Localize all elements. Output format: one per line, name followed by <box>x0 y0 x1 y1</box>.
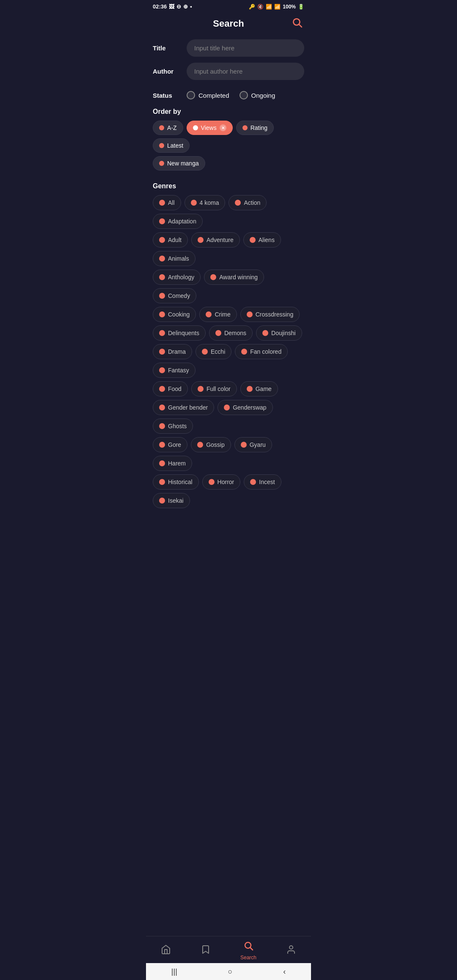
signal-icon: 📶 <box>274 4 281 10</box>
genre-dot-cooking <box>159 311 165 317</box>
genre-chip-all[interactable]: All <box>153 195 181 210</box>
genre-dot-doujinshi <box>262 330 268 336</box>
genre-chip-crime[interactable]: Crime <box>199 307 237 322</box>
page-header: Search <box>146 13 311 36</box>
genre-chip-award[interactable]: Award winning <box>204 270 264 285</box>
order-chip-rating[interactable]: Rating <box>236 121 274 135</box>
chip-dot-views <box>193 125 198 130</box>
genre-label-isekai: Isekai <box>168 497 184 504</box>
genre-chip-fancolored[interactable]: Fan colored <box>235 344 288 359</box>
genre-chip-adult[interactable]: Adult <box>153 232 188 248</box>
genre-chip-aliens[interactable]: Aliens <box>243 232 281 248</box>
wifi-icon: 📶 <box>266 4 272 10</box>
genre-chip-genderswap[interactable]: Genderswap <box>217 400 273 415</box>
genre-label-all: All <box>168 199 175 206</box>
genre-label-gossip: Gossip <box>206 441 225 448</box>
nav-profile[interactable] <box>286 944 296 957</box>
genre-chip-animals[interactable]: Animals <box>153 251 195 266</box>
genre-label-animals: Animals <box>168 255 189 262</box>
genre-dot-all <box>159 200 165 206</box>
genre-chip-action[interactable]: Action <box>228 195 267 210</box>
order-chip-views[interactable]: Views ✕ <box>187 121 233 135</box>
genre-label-anthology: Anthology <box>168 274 194 281</box>
genre-chip-delinquents[interactable]: Delinquents <box>153 325 206 341</box>
genre-label-cooking: Cooking <box>168 311 190 318</box>
genre-chip-adventure[interactable]: Adventure <box>191 232 240 248</box>
genre-chip-food[interactable]: Food <box>153 381 188 396</box>
genre-chip-adaptation[interactable]: Adaptation <box>153 214 203 229</box>
genre-label-horror: Horror <box>217 479 234 485</box>
android-menu-btn[interactable]: ||| <box>171 967 177 976</box>
gallery-icon: 🖼 <box>169 3 174 10</box>
order-chip-az[interactable]: A-Z <box>153 121 183 135</box>
radio-ongoing-circle <box>240 91 248 99</box>
genre-chip-cooking[interactable]: Cooking <box>153 307 196 322</box>
genre-dot-gore <box>159 442 165 448</box>
genre-chip-crossdressing[interactable]: Crossdressing <box>240 307 300 322</box>
genre-chip-fantasy[interactable]: Fantasy <box>153 363 195 378</box>
genre-label-demons: Demons <box>224 330 246 336</box>
genre-dot-gossip <box>197 442 203 448</box>
chip-label-rating: Rating <box>251 124 267 131</box>
genre-chip-drama[interactable]: Drama <box>153 344 192 359</box>
header-search-icon[interactable] <box>292 17 303 30</box>
genres-row-5: Delinquents Demons Doujinshi <box>153 325 304 341</box>
genre-chip-gore[interactable]: Gore <box>153 437 187 452</box>
order-chip-latest[interactable]: Latest <box>153 138 190 153</box>
genre-chip-historical[interactable]: Historical <box>153 474 199 490</box>
genre-chip-doujinshi[interactable]: Doujinshi <box>256 325 302 341</box>
genre-chip-isekai[interactable]: Isekai <box>153 493 190 508</box>
genre-chip-game[interactable]: Game <box>240 381 278 396</box>
genre-chip-ecchi[interactable]: Ecchi <box>195 344 231 359</box>
genre-label-award: Award winning <box>219 274 258 281</box>
genre-label-fancolored: Fan colored <box>250 348 281 355</box>
status-completed-label: Completed <box>198 92 229 99</box>
genre-dot-genderswap <box>224 405 230 410</box>
status-completed[interactable]: Completed <box>187 91 229 99</box>
genre-chip-genderbender[interactable]: Gender bender <box>153 400 214 415</box>
genre-label-action: Action <box>244 199 260 206</box>
genre-chip-incest[interactable]: Incest <box>244 474 281 490</box>
genre-label-crossdressing: Crossdressing <box>256 311 293 318</box>
order-by-section: Order by A-Z Views ✕ Rating Latest <box>146 105 311 179</box>
genre-chip-gyaru[interactable]: Gyaru <box>234 437 272 452</box>
chip-label-views: Views <box>201 124 217 131</box>
android-back-btn[interactable]: ‹ <box>283 967 286 976</box>
status-ongoing[interactable]: Ongoing <box>240 91 275 99</box>
nav-home[interactable] <box>161 944 171 957</box>
genre-label-genderswap: Genderswap <box>233 404 266 411</box>
genres-title: Genres <box>153 182 304 190</box>
genre-chip-gossip[interactable]: Gossip <box>191 437 231 452</box>
nav-bookmark[interactable] <box>201 944 211 957</box>
genre-dot-fancolored <box>241 349 247 355</box>
title-input[interactable] <box>187 39 304 57</box>
genre-label-aliens: Aliens <box>259 237 275 243</box>
genre-dot-action <box>235 200 241 206</box>
genre-chip-comedy[interactable]: Comedy <box>153 288 196 303</box>
genre-dot-crossdressing <box>247 311 253 317</box>
genres-row-9: Gore Gossip Gyaru Harem <box>153 437 304 471</box>
nav-search[interactable]: Search <box>240 941 256 961</box>
genre-chip-horror[interactable]: Horror <box>202 474 241 490</box>
search-form: Title Author <box>146 36 311 89</box>
chip-dot-rating <box>242 125 248 130</box>
genre-chip-4koma[interactable]: 4 koma <box>184 195 226 210</box>
status-row: Status Completed Ongoing <box>146 89 311 105</box>
genre-chip-demons[interactable]: Demons <box>209 325 253 341</box>
genre-chip-fullcolor[interactable]: Full color <box>191 381 237 396</box>
genre-dot-demons <box>215 330 221 336</box>
genre-chip-ghosts[interactable]: Ghosts <box>153 418 193 434</box>
chip-close-views[interactable]: ✕ <box>220 124 226 131</box>
android-home-btn[interactable]: ○ <box>228 967 233 976</box>
key-icon: 🔑 <box>249 4 255 10</box>
genres-row-3: Anthology Award winning Comedy <box>153 270 304 303</box>
chip-dot-az <box>159 125 164 130</box>
genre-dot-food <box>159 386 165 392</box>
bottom-navigation: Search <box>146 936 311 963</box>
genre-label-incest: Incest <box>259 479 275 485</box>
home-icon <box>161 944 171 957</box>
order-chip-new[interactable]: New manga <box>153 156 205 171</box>
author-input[interactable] <box>187 63 304 80</box>
genre-chip-harem[interactable]: Harem <box>153 456 192 471</box>
genre-chip-anthology[interactable]: Anthology <box>153 270 201 285</box>
